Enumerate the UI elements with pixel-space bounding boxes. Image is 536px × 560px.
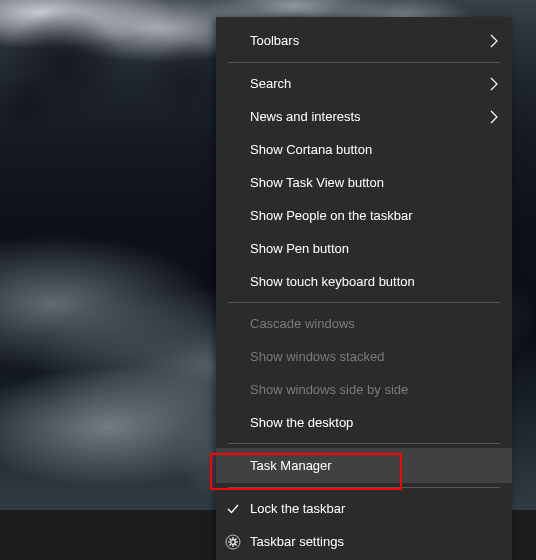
svg-line-9 [235, 538, 236, 539]
menu-label: Task Manager [250, 458, 498, 473]
menu-label: Search [250, 76, 490, 91]
svg-line-7 [235, 544, 236, 545]
menu-separator [228, 443, 500, 444]
chevron-right-icon [490, 110, 498, 124]
menu-item-lock-taskbar[interactable]: Lock the taskbar [216, 492, 512, 525]
svg-line-6 [230, 538, 231, 539]
menu-item-news[interactable]: News and interests [216, 100, 512, 133]
menu-label: Show Cortana button [250, 142, 498, 157]
menu-label: Show Pen button [250, 241, 498, 256]
gear-icon [225, 534, 241, 550]
menu-separator [228, 62, 500, 63]
menu-label: Show windows stacked [250, 349, 498, 364]
chevron-right-icon [490, 77, 498, 91]
taskbar-context-menu: Toolbars Search News and interests Show … [216, 17, 512, 560]
menu-item-show-desktop[interactable]: Show the desktop [216, 406, 512, 439]
checkmark-icon [226, 502, 240, 516]
menu-item-stacked: Show windows stacked [216, 340, 512, 373]
menu-item-toolbars[interactable]: Toolbars [216, 23, 512, 58]
menu-separator [228, 487, 500, 488]
chevron-right-icon [490, 34, 498, 48]
menu-item-sidebyside: Show windows side by side [216, 373, 512, 406]
menu-label: Show People on the taskbar [250, 208, 498, 223]
menu-separator [228, 302, 500, 303]
menu-item-taskview[interactable]: Show Task View button [216, 166, 512, 199]
menu-label: Cascade windows [250, 316, 498, 331]
menu-item-search[interactable]: Search [216, 67, 512, 100]
menu-item-cascade: Cascade windows [216, 307, 512, 340]
menu-item-people[interactable]: Show People on the taskbar [216, 199, 512, 232]
menu-label: Lock the taskbar [250, 501, 498, 516]
svg-line-8 [230, 544, 231, 545]
menu-item-taskbar-settings[interactable]: Taskbar settings [216, 525, 512, 558]
svg-point-1 [231, 539, 236, 544]
menu-label: Toolbars [250, 33, 490, 48]
menu-item-cortana[interactable]: Show Cortana button [216, 133, 512, 166]
menu-label: Show Task View button [250, 175, 498, 190]
menu-item-touch-keyboard[interactable]: Show touch keyboard button [216, 265, 512, 298]
menu-label: News and interests [250, 109, 490, 124]
menu-label: Taskbar settings [250, 534, 498, 549]
menu-item-task-manager[interactable]: Task Manager [216, 448, 512, 483]
menu-label: Show windows side by side [250, 382, 498, 397]
menu-label: Show touch keyboard button [250, 274, 498, 289]
menu-item-pen[interactable]: Show Pen button [216, 232, 512, 265]
menu-label: Show the desktop [250, 415, 498, 430]
